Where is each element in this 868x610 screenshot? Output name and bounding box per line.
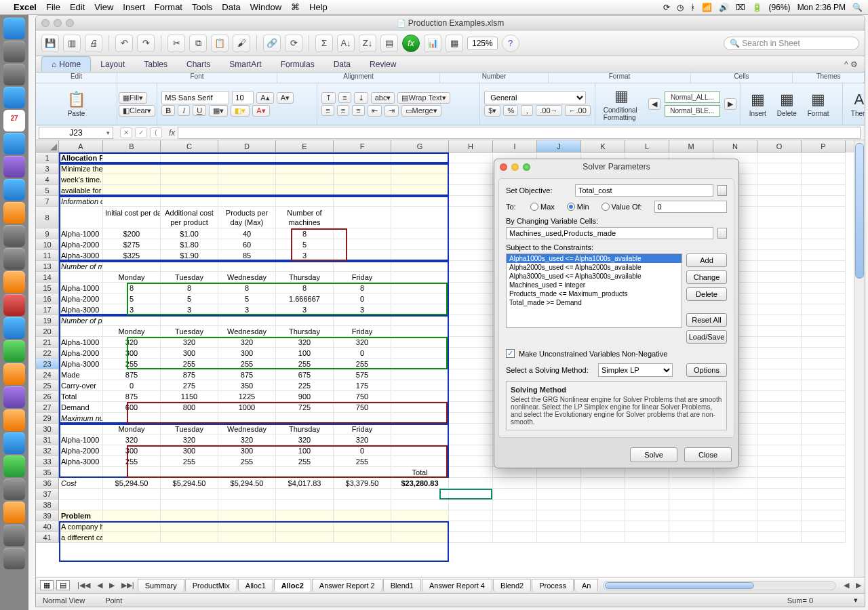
cell-F33[interactable]: 255 [334, 456, 391, 467]
underline-button[interactable]: U [193, 105, 206, 116]
cell-B17[interactable]: 3 [103, 304, 161, 315]
dock-app8[interactable] [3, 432, 25, 454]
cell-G33[interactable] [391, 456, 449, 467]
cell-F32[interactable]: 0 [334, 445, 391, 456]
save-icon[interactable]: 💾 [41, 35, 59, 52]
cell-H9[interactable] [449, 228, 493, 239]
row-header[interactable]: 39 [36, 510, 59, 521]
cell-P7[interactable] [802, 196, 846, 207]
cell-D16[interactable]: 5 [218, 293, 276, 304]
cell-D5[interactable] [218, 185, 276, 196]
cell-A25[interactable]: Carry-over [59, 380, 103, 391]
orientation-icon[interactable]: abc▾ [371, 92, 395, 104]
comma-icon[interactable]: , [521, 105, 533, 116]
cell-O27[interactable] [757, 402, 802, 413]
cell-P31[interactable] [802, 434, 846, 445]
cell-D40[interactable] [218, 521, 276, 532]
cell-G14[interactable] [391, 272, 449, 283]
radio-valueof[interactable]: Value Of: [601, 203, 642, 211]
cell-D35[interactable] [218, 467, 276, 478]
cell-E16[interactable]: 1.666667 [276, 293, 334, 304]
sheet-tab-answer-report-4[interactable]: Answer Report 4 [422, 579, 492, 592]
cell-B38[interactable] [103, 500, 161, 510]
cell-D27[interactable]: 1000 [218, 402, 276, 413]
cell-C38[interactable] [161, 500, 218, 510]
cell-P41[interactable] [802, 532, 846, 543]
cell-M40[interactable] [669, 521, 713, 532]
cell-C24[interactable]: 875 [161, 369, 218, 380]
fill-color-button[interactable]: ◧▾ [231, 105, 250, 117]
cell-O20[interactable] [757, 326, 802, 337]
cell-H32[interactable] [449, 445, 493, 456]
cell-C10[interactable]: $1.80 [161, 239, 218, 250]
cell-O7[interactable] [757, 196, 802, 207]
cell-F29[interactable] [334, 413, 391, 424]
cell-F35[interactable] [334, 467, 391, 478]
cell-C22[interactable]: 300 [161, 348, 218, 359]
cell-J36[interactable] [537, 478, 581, 489]
close-button[interactable]: Close [684, 447, 732, 462]
cell-B9[interactable]: $200 [103, 228, 161, 239]
cell-C4[interactable] [161, 174, 218, 185]
cell-B29[interactable] [103, 413, 161, 424]
cell-O19[interactable] [757, 315, 802, 326]
radio-min[interactable]: Min [567, 203, 589, 211]
autosum-icon[interactable]: Σ [315, 35, 333, 52]
menu-edit[interactable]: Edit [70, 2, 85, 12]
cell-L37[interactable] [625, 489, 669, 500]
cell-A38[interactable] [59, 500, 103, 510]
cell-J40[interactable] [537, 521, 581, 532]
cell-F23[interactable]: 255 [334, 359, 391, 369]
cell-P10[interactable] [802, 239, 846, 250]
cell-P16[interactable] [802, 293, 846, 304]
row-header[interactable]: 37 [36, 489, 59, 500]
window-titlebar[interactable]: Production Examples.xlsm [36, 16, 865, 30]
cell-O8[interactable] [757, 207, 802, 228]
ribbon-tab-layout[interactable]: Layout [91, 57, 134, 72]
col-header-A[interactable]: A [59, 140, 103, 152]
method-select[interactable]: Simplex LP [598, 363, 673, 377]
cell-H21[interactable] [449, 337, 493, 348]
ribbon-tab-home[interactable]: ⌂Home [41, 56, 91, 72]
cell-K39[interactable] [581, 510, 625, 521]
cell-P5[interactable] [802, 185, 846, 196]
col-header-P[interactable]: P [802, 140, 846, 152]
themes-button[interactable]: AaThemes [847, 91, 865, 117]
cell-G29[interactable] [391, 413, 449, 424]
cell-P14[interactable] [802, 272, 846, 283]
display-icon[interactable]: ⌧ [736, 3, 745, 12]
cell-C15[interactable]: 8 [161, 283, 218, 293]
dock-app9[interactable] [3, 455, 25, 477]
format-cells-button[interactable]: ▦Format [804, 91, 833, 117]
insert-cells-button[interactable]: ▦Insert [745, 91, 770, 117]
font-name[interactable] [161, 91, 229, 104]
menu-window[interactable]: Window [250, 2, 281, 12]
cell-P30[interactable] [802, 424, 846, 434]
cell-C32[interactable]: 300 [161, 445, 218, 456]
cell-E30[interactable]: Thursday [276, 424, 334, 434]
cancel-formula-icon[interactable]: ✕ [120, 127, 132, 138]
cell-M38[interactable] [669, 500, 713, 510]
cell-O25[interactable] [757, 380, 802, 391]
row-header[interactable]: 3 [36, 163, 59, 174]
add-constraint-button[interactable]: Add [686, 253, 727, 267]
cell-H29[interactable] [449, 413, 493, 424]
cell-P1[interactable] [802, 152, 846, 163]
cell-O33[interactable] [757, 456, 802, 467]
cell-N35[interactable] [713, 467, 757, 478]
cell-B22[interactable]: 300 [103, 348, 161, 359]
cell-H14[interactable] [449, 272, 493, 283]
zoom-level[interactable]: 125% [467, 37, 498, 50]
cell-P25[interactable] [802, 380, 846, 391]
link-icon[interactable]: 🔗 [263, 35, 281, 52]
row-header[interactable]: 32 [36, 445, 59, 456]
cell-G9[interactable] [391, 228, 449, 239]
cell-O17[interactable] [757, 304, 802, 315]
cell-D17[interactable]: 3 [218, 304, 276, 315]
clear-button[interactable]: ◧ Clear ▾ [119, 105, 155, 117]
cell-F24[interactable]: 575 [334, 369, 391, 380]
cell-L38[interactable] [625, 500, 669, 510]
cell-F25[interactable]: 175 [334, 380, 391, 391]
dock-app3[interactable] [3, 248, 25, 270]
cell-C41[interactable] [161, 532, 218, 543]
